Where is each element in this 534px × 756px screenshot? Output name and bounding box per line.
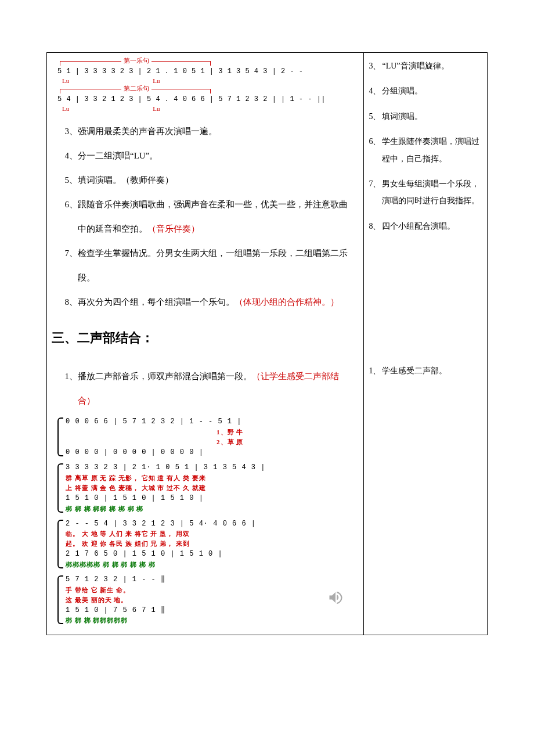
lesson-table: 第一乐句 5 1 | 3 3 3 3 2 3 | 2 1 . 1 0 5 1 |… [46,52,488,635]
lu-1b: Lu [153,77,160,84]
num-7: 7、 [65,249,78,258]
s3-num-1: 1、 [65,372,78,381]
right-item-3: “LU”音演唱旋律。 [382,57,449,74]
notation-line-2: 5 4 | 3 3 2 1 2 3 | 5 4 . 4 0 6 6 | 5 7 … [57,95,361,105]
right-item-s1: 学生感受二声部。 [382,362,447,379]
r-num-7: 7、 [369,175,381,210]
sys4-botlyr: 梆 梆 梆 梆梆梆梆梆 [66,615,361,625]
num-5: 5、 [65,175,78,185]
notation-line-1: 5 1 | 3 3 3 3 2 3 | 2 1 . 1 0 5 1 | 3 1 … [57,67,361,77]
left-item-7: 检查学生掌握情况。分男女生两大组，一组唱第一乐段，二组唱第二乐段。 [78,249,348,282]
left-item-4c: ”。 [146,151,158,160]
lu-2b: Lu [153,105,160,112]
r-num-3: 3、 [369,57,381,74]
r-num-5: 5、 [369,108,381,125]
sys2-lyr1: 群 离草 原 无 踪 无影， 它知 道 有人 类 要来 [66,473,361,483]
score-system-4: 5 7 1 2 3 2 | 1 - - ‖ 手 带给 它 新生 命。 这 最美 … [57,574,361,625]
sys4-top: 5 7 1 2 3 2 | 1 - - ‖ [66,574,361,585]
r-num-4: 4、 [369,82,381,99]
left-item-4b: LU [134,151,146,160]
sys1-lyric1: 1、野 牛 [66,427,361,437]
left-item-8: 再次分为四个组，每个组演唱一个乐句。 [78,297,234,307]
left-column: 第一乐句 5 1 | 3 3 3 3 2 3 | 2 1 . 1 0 5 1 |… [47,53,364,635]
sys2-botlyr: 梆 梆 梆 梆梆 梆 梆 梆 梆 [66,504,361,514]
speaker-icon [327,589,344,608]
right-item-4: 分组演唱。 [382,82,423,99]
lu-1a: Lu [62,77,69,84]
sys2-top: 3 3 3 3 2 3 | 2 1· 1 0 5 1 | 3 1 3 5 4 3… [66,462,361,473]
num-4: 4、 [65,151,78,160]
sys4-lyr2: 这 最美 丽的天 地。 [66,595,361,605]
phrase-notation-block: 第一乐句 5 1 | 3 3 3 3 2 3 | 2 1 . 1 0 5 1 |… [57,57,361,113]
right-item-5: 填词演唱。 [382,108,423,125]
sys4-bot: 1 5 1 0 | 7 5 6 7 1 ‖ [66,605,361,616]
right-item-8: 四个小组配合演唱。 [382,218,455,235]
section3-item1: 播放二声部音乐，师双声部混合演唱第一段。 [78,372,252,381]
left-item-6: 跟随音乐伴奏演唱歌曲，强调声音在柔和一些，优美一些，并注意歌曲中的延音和空拍。 [78,200,348,233]
score-system-3: 2 - - 5 4 | 3 3 2 1 2 3 | 5 4· 4 0 6 6 |… [57,519,361,570]
sys1-lyric2: 2、草 原 [66,437,361,447]
phrase1-label: 第一乐句 [121,56,151,65]
brace-icon [57,463,63,512]
sys2-lyr2: 上 将盖 满 金 色 麦穗， 大城 市 过不 久 就建 [66,483,361,493]
sys4-lyr1: 手 带给 它 新生 命。 [66,585,361,595]
sys3-botlyr: 梆梆梆梆梆 梆 梆 梆 梆 梆 梆 [66,560,361,570]
left-item-5: 填词演唱。（教师伴奏） [78,175,174,185]
score-system-1: 0 0 0 6 6 | 5 7 1 2 3 2 | 1 - - 5 1 | 1、… [57,416,361,458]
left-body: 3、强调用最柔美的声音再次演唱一遍。 4、分一二组演唱“LU”。 5、填词演唱。… [52,119,361,413]
section-3-heading: 三、二声部结合： [52,320,354,356]
num-6: 6、 [65,200,78,209]
left-item-3: 强调用最柔美的声音再次演唱一遍。 [78,127,217,136]
sys3-top: 2 - - 5 4 | 3 3 2 1 2 3 | 5 4· 4 0 6 6 | [66,519,361,530]
sys3-lyr2: 起。 欢 迎 你 各民 族 姐们 兄 弟， 来到 [66,539,361,549]
brace-icon [57,575,63,624]
right-column: 3、“LU”音演唱旋律。 4、分组演唱。 5、填词演唱。 6、学生跟随伴奏演唱，… [364,53,488,635]
sys1-top: 0 0 0 6 6 | 5 7 1 2 3 2 | 1 - - 5 1 | [66,416,361,427]
r-num-s1: 1、 [369,362,381,379]
right-item-6: 学生跟随伴奏演唱，演唱过程中，自己指挥。 [382,133,485,167]
two-part-score: 0 0 0 6 6 | 5 7 1 2 3 2 | 1 - - 5 1 | 1、… [57,416,361,625]
brace-icon [57,520,63,568]
sys3-lyr1: 临。 大 地 等 人们 来 将它 开 垦， 用双 [66,529,361,539]
score-system-2: 3 3 3 3 2 3 | 2 1· 1 0 5 1 | 3 1 3 5 4 3… [57,462,361,513]
phrase2-label: 第二乐句 [121,84,151,93]
brace-icon [57,417,63,456]
sys3-bot: 2 1 7 6 5 0 | 1 5 1 0 | 1 5 1 0 | [66,549,361,560]
r-num-8: 8、 [369,218,381,235]
right-item-7: 男女生每组演唱一个乐段，演唱的同时进行自我指挥。 [382,175,485,210]
sys2-bot: 1 5 1 0 | 1 5 1 0 | 1 5 1 0 | [66,493,361,504]
lu-2a: Lu [62,105,69,112]
left-item-4a: 分一二组演唱“ [78,151,134,160]
left-item-6-red: （音乐伴奏） [147,224,200,233]
num-3: 3、 [65,127,78,136]
r-num-6: 6、 [369,133,381,167]
sys1-bot: 0 0 0 0 | 0 0 0 0 | 0 0 0 0 | [66,447,361,458]
num-8: 8、 [65,297,78,307]
left-item-8-red: （体现小组的合作精神。） [234,297,339,307]
